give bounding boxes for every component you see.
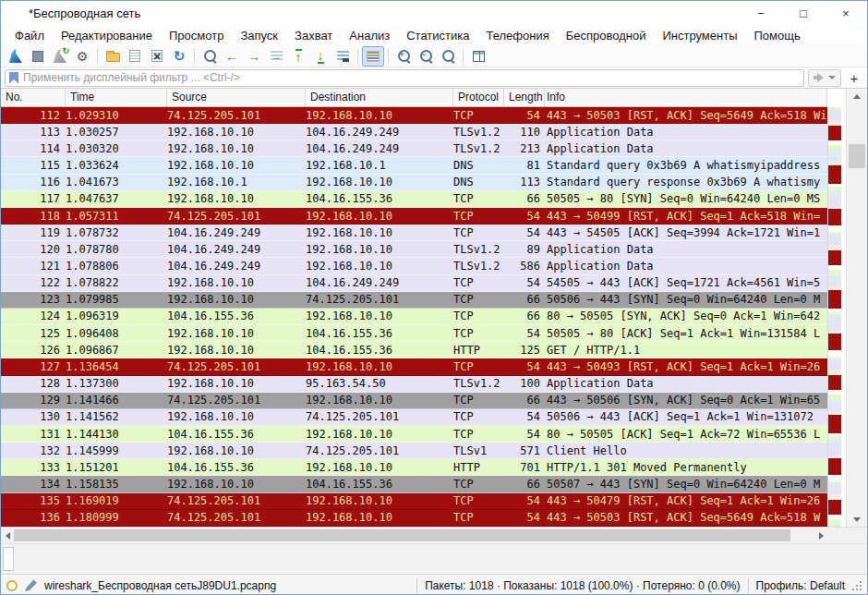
column-header-destination[interactable]: Destination — [306, 89, 453, 106]
packet-row[interactable]: 1361.18099974.125.205.101192.168.10.10TC… — [1, 510, 827, 527]
menu-item-8[interactable]: Беспроводной — [558, 29, 655, 42]
cell-info: Application Data — [545, 243, 827, 256]
first-packet-icon[interactable]: ↑ — [287, 46, 309, 67]
maximize-button[interactable]: □ — [782, 1, 825, 25]
cell-time: 1.137300 — [66, 377, 167, 390]
menu-item-0[interactable]: Файл — [6, 29, 53, 42]
packet-row[interactable]: 1181.05731174.125.205.101192.168.10.10TC… — [1, 208, 827, 225]
scroll-up-icon[interactable] — [847, 89, 867, 103]
next-packet-icon[interactable]: → — [243, 46, 265, 67]
packet-row[interactable]: 1281.137300192.168.10.1095.163.54.50TLSv… — [1, 376, 827, 393]
cell-info: Application Data — [545, 142, 827, 155]
close-file-icon[interactable]: × — [146, 46, 168, 67]
colorize-icon[interactable] — [362, 46, 384, 67]
chevron-down-icon[interactable] — [828, 76, 836, 79]
scroll-right-icon[interactable] — [814, 528, 827, 543]
cell-time: 1.158135 — [66, 478, 167, 491]
column-header-protocol[interactable]: Protocol — [453, 89, 504, 106]
packet-row[interactable]: 1221.078822192.168.10.10104.16.249.249TC… — [1, 275, 827, 292]
packet-row[interactable]: 1251.096408192.168.10.10104.16.155.36TCP… — [1, 325, 827, 342]
restart-capture-icon[interactable]: ↻ — [49, 46, 71, 67]
reload-file-icon[interactable]: ↻ — [168, 46, 190, 67]
packet-row[interactable]: 1311.144130104.16.155.36192.168.10.10TCP… — [1, 426, 827, 443]
column-header-no[interactable]: No. — [1, 89, 66, 106]
cell-destination: 192.168.10.10 — [306, 210, 453, 223]
apply-filter-button[interactable] — [808, 69, 841, 87]
packet-row[interactable]: 1321.145999192.168.10.1074.125.205.101TL… — [1, 443, 827, 459]
packet-row[interactable]: 1271.13645474.125.205.101192.168.10.10TC… — [1, 358, 827, 375]
packet-row[interactable]: 1261.096867192.168.10.10104.16.155.36HTT… — [1, 342, 827, 358]
column-header-time[interactable]: Time — [66, 89, 167, 106]
packet-row[interactable]: 1301.141562192.168.10.1074.125.205.101TC… — [1, 409, 827, 426]
packet-row[interactable]: 1151.033624192.168.10.10192.168.10.1DNS8… — [1, 157, 827, 174]
previous-packet-icon[interactable]: ← — [221, 46, 243, 67]
packet-row[interactable]: 1191.078732104.16.249.249192.168.10.10TC… — [1, 225, 827, 241]
filter-bookmark-icon[interactable] — [9, 72, 18, 84]
cell-protocol: HTTP — [453, 344, 504, 357]
vertical-scrollbar[interactable] — [846, 89, 867, 527]
packet-row[interactable]: 1331.151201104.16.155.36192.168.10.10HTT… — [1, 459, 827, 476]
auto-scroll-icon[interactable] — [332, 46, 354, 67]
scroll-left-icon[interactable] — [1, 528, 14, 543]
close-button[interactable]: × — [825, 1, 867, 25]
apply-arrow-icon — [814, 73, 824, 82]
minimize-button[interactable]: − — [740, 1, 782, 25]
vertical-scrollbar-thumb[interactable] — [849, 144, 865, 168]
scroll-down-icon[interactable] — [847, 512, 867, 527]
packet-row[interactable]: 1171.047637192.168.10.10104.16.155.36TCP… — [1, 191, 827, 208]
open-file-icon[interactable] — [102, 46, 124, 67]
packet-row[interactable]: 1121.02931074.125.205.101192.168.10.10TC… — [1, 107, 827, 124]
packet-row[interactable]: 1241.096319104.16.155.36192.168.10.10TCP… — [1, 309, 827, 325]
horizontal-scrollbar[interactable] — [1, 528, 827, 543]
menu-item-6[interactable]: Статистика — [398, 29, 477, 42]
go-to-packet-icon[interactable]: → — [265, 46, 287, 67]
zoom-out-icon[interactable]: − — [415, 46, 437, 67]
resize-columns-icon[interactable] — [467, 46, 489, 67]
capture-options-icon[interactable]: ⚙ — [71, 46, 93, 67]
zoom-original-icon[interactable] — [437, 46, 459, 67]
packet-row[interactable]: 1231.079985192.168.10.1074.125.205.101TC… — [1, 292, 827, 309]
menu-item-1[interactable]: Редактирование — [53, 29, 161, 42]
packet-row[interactable]: 1351.16901974.125.205.101192.168.10.10TC… — [1, 493, 827, 510]
last-packet-icon[interactable]: ↓ — [309, 46, 332, 67]
packet-row[interactable]: 1291.14146674.125.205.101192.168.10.10TC… — [1, 393, 827, 409]
cell-time: 1.078780 — [66, 243, 167, 256]
packet-row[interactable]: 1141.030320192.168.10.10104.16.249.249TL… — [1, 140, 827, 157]
menu-item-4[interactable]: Захват — [286, 29, 341, 42]
display-filter-input[interactable] — [23, 71, 800, 84]
start-capture-icon[interactable] — [5, 46, 27, 67]
cell-info: 443 → 50503 [RST, ACK] Seq=5649 Ack=518 … — [545, 109, 827, 122]
column-header-length[interactable]: Length — [504, 89, 545, 106]
resize-grip[interactable] — [852, 581, 862, 590]
menu-item-9[interactable]: Инструменты — [654, 29, 745, 42]
menu-item-7[interactable]: Телефония — [477, 29, 557, 42]
cell-info: 443 → 50493 [RST, ACK] Seq=1 Ack=1 Win=2… — [545, 360, 827, 373]
menu-item-2[interactable]: Просмотр — [161, 29, 232, 42]
find-packet-icon[interactable] — [199, 46, 221, 67]
cell-source: 104.16.249.249 — [167, 243, 306, 256]
packet-row[interactable]: 1131.030257192.168.10.10104.16.249.249TL… — [1, 124, 827, 140]
packet-row[interactable]: 1161.041673192.168.10.1192.168.10.10DNS1… — [1, 175, 827, 191]
packet-row[interactable]: 1211.078806104.16.249.249192.168.10.10TL… — [1, 258, 827, 274]
cell-source: 74.125.205.101 — [167, 210, 306, 223]
zoom-in-icon[interactable]: + — [392, 46, 415, 67]
cell-info: 54505 → 443 [ACK] Seq=1721 Ack=4561 Win=… — [545, 276, 827, 289]
intelligent-scrollbar-minimap[interactable] — [827, 107, 846, 527]
capture-comment-icon[interactable] — [25, 579, 37, 591]
column-header-info[interactable]: Info — [545, 89, 827, 106]
profile-label[interactable]: Профиль: Default — [756, 579, 846, 592]
expert-info-icon[interactable] — [6, 580, 18, 591]
cell-time: 1.030320 — [66, 142, 167, 155]
packet-row[interactable]: 1341.158135192.168.10.10104.16.155.36TCP… — [1, 476, 827, 492]
add-filter-button[interactable]: + — [845, 69, 863, 87]
stop-capture-icon[interactable] — [27, 46, 49, 67]
menu-item-10[interactable]: Помощь — [746, 29, 809, 42]
display-filter-field[interactable] — [5, 69, 804, 87]
horizontal-scrollbar-thumb[interactable] — [14, 529, 790, 541]
cell-source: 104.16.155.36 — [167, 428, 306, 441]
column-header-source[interactable]: Source — [167, 89, 306, 106]
menu-item-3[interactable]: Запуск — [232, 29, 286, 42]
save-file-icon[interactable] — [124, 46, 146, 67]
menu-item-5[interactable]: Анализ — [341, 29, 398, 42]
packet-row[interactable]: 1201.078780104.16.249.249192.168.10.10TL… — [1, 241, 827, 258]
